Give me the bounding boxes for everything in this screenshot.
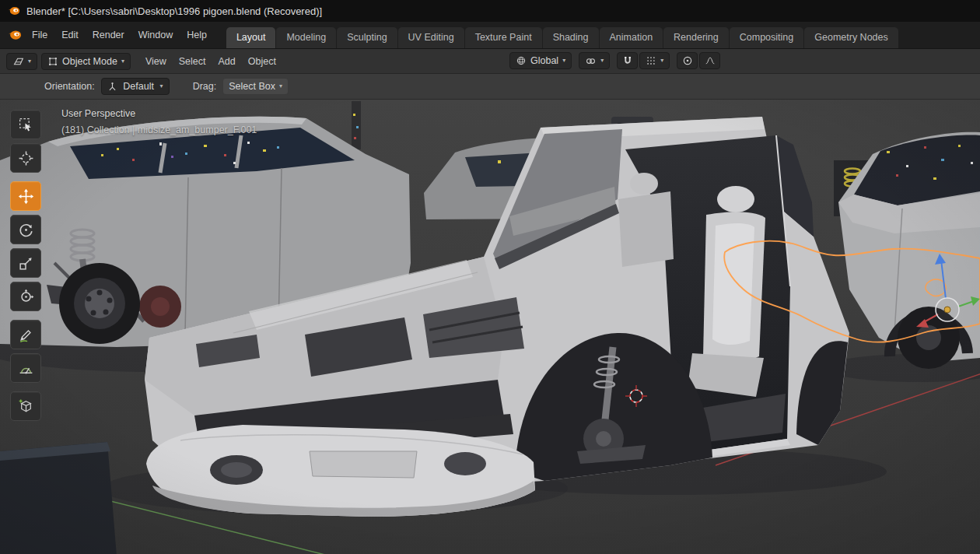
orientation-setting-label: Orientation: [44, 81, 95, 92]
transform-orientation-dropdown[interactable]: Global ▾ [509, 52, 572, 69]
proportional-falloff-dropdown[interactable] [699, 52, 720, 69]
tab-geometry-nodes[interactable]: Geometry Nodes [804, 27, 898, 48]
tab-layout[interactable]: Layout [226, 27, 276, 48]
drag-setting-value: Select Box [229, 81, 275, 92]
falloff-curve-icon [705, 55, 716, 66]
tool-annotate[interactable] [10, 320, 41, 349]
blender-window: Blender* [C:\Users\sabri\Desktop\1996 pi… [0, 0, 980, 554]
chevron-down-icon: ▾ [28, 58, 31, 65]
menu-window[interactable]: Window [131, 26, 180, 44]
tab-sculpting[interactable]: Sculpting [337, 27, 397, 48]
tab-animation[interactable]: Animation [600, 27, 663, 48]
title-bar: Blender* [C:\Users\sabri\Desktop\1996 pi… [0, 0, 980, 22]
menu-view[interactable]: View [139, 52, 173, 71]
chevron-down-icon: ▾ [562, 58, 565, 64]
viewport-menus: View Select Add Object [139, 52, 282, 71]
editor-type-dropdown[interactable]: ▾ [6, 53, 37, 70]
window-title: Blender* [C:\Users\sabri\Desktop\1996 pi… [26, 5, 322, 17]
magnet-icon [622, 55, 633, 66]
proportional-editing-toggle[interactable] [677, 52, 698, 69]
viewport-header-widgets: Global ▾ ▾ [509, 52, 720, 69]
menu-file[interactable]: File [25, 26, 54, 44]
mode-label: Object Mode [62, 56, 117, 67]
tool-select-box[interactable] [10, 110, 41, 139]
tab-uv-editing[interactable]: UV Editing [398, 27, 464, 48]
global-orientation-icon [516, 55, 527, 66]
orientation-setting-dropdown[interactable]: Default ▾ [101, 78, 170, 95]
tool-add-cube[interactable] [10, 391, 41, 421]
workspace-tabs: Layout Modeling Sculpting UV Editing Tex… [226, 22, 898, 48]
tab-modeling[interactable]: Modeling [276, 27, 336, 48]
tool-rotate[interactable] [10, 215, 41, 244]
menu-object[interactable]: Object [242, 52, 282, 71]
menu-select[interactable]: Select [173, 52, 212, 71]
object-mode-icon [47, 56, 58, 67]
chevron-down-icon: ▾ [160, 83, 163, 89]
menu-edit[interactable]: Edit [54, 26, 86, 44]
tab-texture-paint[interactable]: Texture Paint [465, 27, 542, 48]
snap-increment-icon [646, 55, 656, 66]
chevron-down-icon: ▾ [660, 58, 663, 64]
blender-logo-icon [8, 5, 20, 17]
drag-setting-dropdown[interactable]: Select Box ▾ [222, 78, 289, 95]
tab-shading[interactable]: Shading [543, 27, 599, 48]
menu-help[interactable]: Help [180, 26, 214, 44]
tool-move[interactable] [10, 181, 41, 211]
snapping-dropdown[interactable]: ▾ [639, 52, 670, 69]
tool-scale[interactable] [10, 248, 41, 278]
orientation-label: Global [530, 55, 558, 66]
menu-add[interactable]: Add [212, 52, 242, 71]
proportional-editing-icon [682, 55, 693, 66]
mode-dropdown[interactable]: Object Mode ▾ [41, 53, 131, 70]
scene-canvas[interactable] [0, 100, 980, 554]
viewport-header: ▾ Object Mode ▾ View Select Add Object [0, 49, 980, 74]
tab-compositing[interactable]: Compositing [730, 27, 803, 48]
tool-column [10, 110, 41, 421]
topbar: File Edit Render Window Help Layout Mode… [0, 22, 980, 49]
orientation-setting-value: Default [123, 81, 154, 92]
chevron-down-icon: ▾ [600, 58, 604, 64]
chevron-down-icon: ▾ [279, 83, 282, 89]
tab-rendering[interactable]: Rendering [663, 27, 729, 48]
pivot-point-icon [585, 55, 597, 67]
snap-toggle[interactable] [617, 52, 638, 69]
viewport-3d[interactable]: User Perspective (181) Collection | mids… [0, 100, 980, 554]
drag-setting-label: Drag: [193, 81, 217, 92]
chevron-down-icon: ▾ [121, 58, 124, 65]
menu-render[interactable]: Render [86, 26, 131, 44]
tool-transform[interactable] [10, 282, 41, 311]
tool-settings-bar: Orientation: Default ▾ Drag: Select Box … [0, 74, 980, 100]
tool-cursor[interactable] [10, 143, 41, 173]
pivot-point-dropdown[interactable]: ▾ [579, 52, 610, 69]
tool-measure[interactable] [10, 353, 41, 383]
editor-type-icon [12, 55, 24, 67]
vignette [0, 100, 980, 554]
blender-menu-logo-icon[interactable] [8, 28, 22, 42]
axis-icon [107, 82, 117, 92]
